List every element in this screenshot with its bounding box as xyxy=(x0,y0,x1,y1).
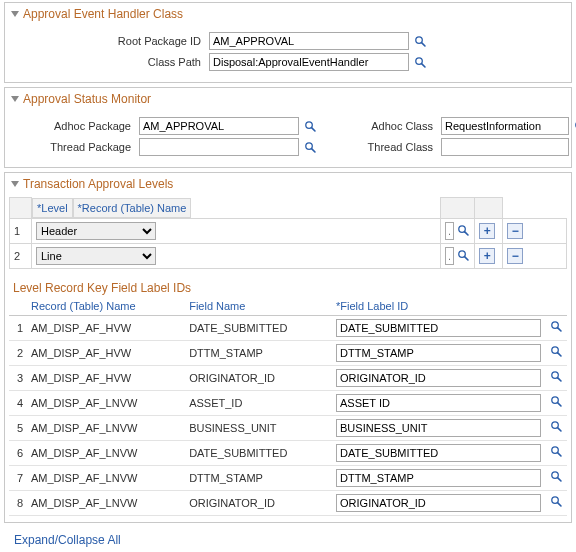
field-label-input[interactable] xyxy=(336,344,541,362)
chevron-down-icon xyxy=(11,96,19,102)
levels-table: *Level *Record (Table) Name 1HeaderLine+… xyxy=(9,197,567,269)
lookup-icon[interactable] xyxy=(549,345,563,359)
row-number: 6 xyxy=(9,440,27,465)
lookup-icon[interactable] xyxy=(549,420,563,434)
record-input[interactable] xyxy=(445,222,454,240)
col-num xyxy=(10,198,32,219)
col-field[interactable]: Field Name xyxy=(185,297,332,316)
lookup-icon[interactable] xyxy=(549,395,563,409)
table-row: 5AM_DISP_AF_LNVWBUSINESS_UNIT xyxy=(9,415,567,440)
label-class-path: Class Path xyxy=(15,56,205,68)
section-title: Transaction Approval Levels xyxy=(23,177,173,191)
record-cell: AM_DISP_AF_HVW xyxy=(27,315,185,340)
section-header[interactable]: Approval Status Monitor xyxy=(5,88,571,110)
table-row: 8AM_DISP_AF_LNVWORIGINATOR_ID xyxy=(9,490,567,515)
section-header[interactable]: Approval Event Handler Class xyxy=(5,3,571,25)
table-row: 1HeaderLine+− xyxy=(10,218,567,243)
lookup-icon[interactable] xyxy=(549,470,563,484)
section-title: Approval Status Monitor xyxy=(23,92,151,106)
delete-row-button[interactable]: − xyxy=(507,248,523,264)
record-cell: AM_DISP_AF_LNVW xyxy=(27,390,185,415)
row-number: 5 xyxy=(9,415,27,440)
field-label-input[interactable] xyxy=(336,394,541,412)
label-adhoc-package: Adhoc Package xyxy=(15,120,135,132)
lookup-icon[interactable] xyxy=(549,495,563,509)
row-number: 1 xyxy=(10,218,32,243)
table-row: 1AM_DISP_AF_HVWDATE_SUBMITTED xyxy=(9,315,567,340)
field-cell: ASSET_ID xyxy=(185,390,332,415)
lookup-icon[interactable] xyxy=(303,140,317,154)
table-row: 6AM_DISP_AF_LNVWDATE_SUBMITTED xyxy=(9,440,567,465)
section-transaction-levels: Transaction Approval Levels *Level *Reco… xyxy=(4,172,572,523)
row-number: 4 xyxy=(9,390,27,415)
field-label-input[interactable] xyxy=(336,444,541,462)
lookup-icon[interactable] xyxy=(457,249,470,263)
field-cell: BUSINESS_UNIT xyxy=(185,415,332,440)
lookup-icon[interactable] xyxy=(413,55,427,69)
col-label[interactable]: *Field Label ID xyxy=(332,297,545,316)
table-row: 7AM_DISP_AF_LNVWDTTM_STAMP xyxy=(9,465,567,490)
adhoc-package-input[interactable] xyxy=(139,117,299,135)
table-row: 3AM_DISP_AF_HVWORIGINATOR_ID xyxy=(9,365,567,390)
table-row: 4AM_DISP_AF_LNVWASSET_ID xyxy=(9,390,567,415)
field-cell: ORIGINATOR_ID xyxy=(185,490,332,515)
field-label-input[interactable] xyxy=(336,419,541,437)
field-label-input[interactable] xyxy=(336,469,541,487)
delete-row-button[interactable]: − xyxy=(507,223,523,239)
adhoc-class-input[interactable] xyxy=(441,117,569,135)
add-row-button[interactable]: + xyxy=(479,223,495,239)
field-cell: DTTM_STAMP xyxy=(185,465,332,490)
row-number: 2 xyxy=(9,340,27,365)
section-title: Approval Event Handler Class xyxy=(23,7,183,21)
key-fields-table: Record (Table) Name Field Name *Field La… xyxy=(9,297,567,516)
record-cell: AM_DISP_AF_LNVW xyxy=(27,440,185,465)
section-status-monitor: Approval Status Monitor Adhoc Package Th… xyxy=(4,87,572,168)
lookup-icon[interactable] xyxy=(457,224,470,238)
col-record[interactable]: Record (Table) Name xyxy=(27,297,185,316)
record-cell: AM_DISP_AF_LNVW xyxy=(27,465,185,490)
thread-package-input[interactable] xyxy=(139,138,299,156)
section-event-handler: Approval Event Handler Class Root Packag… xyxy=(4,2,572,83)
lookup-icon[interactable] xyxy=(303,119,317,133)
field-cell: DATE_SUBMITTED xyxy=(185,440,332,465)
row-number: 1 xyxy=(9,315,27,340)
key-fields-title: Level Record Key Field Label IDs xyxy=(5,275,571,297)
field-label-input[interactable] xyxy=(336,319,541,337)
record-cell: AM_DISP_AF_HVW xyxy=(27,340,185,365)
label-adhoc-class: Adhoc Class xyxy=(317,120,437,132)
field-label-input[interactable] xyxy=(336,369,541,387)
class-path-input[interactable] xyxy=(209,53,409,71)
record-cell: AM_DISP_AF_LNVW xyxy=(27,415,185,440)
row-number: 8 xyxy=(9,490,27,515)
record-cell: AM_DISP_AF_HVW xyxy=(27,365,185,390)
lookup-icon[interactable] xyxy=(549,445,563,459)
col-record[interactable]: *Record (Table) Name xyxy=(73,198,192,218)
chevron-down-icon xyxy=(11,181,19,187)
field-cell: DATE_SUBMITTED xyxy=(185,315,332,340)
chevron-down-icon xyxy=(11,11,19,17)
record-cell: AM_DISP_AF_LNVW xyxy=(27,490,185,515)
lookup-icon[interactable] xyxy=(549,370,563,384)
lookup-icon[interactable] xyxy=(549,320,563,334)
field-cell: ORIGINATOR_ID xyxy=(185,365,332,390)
lookup-icon[interactable] xyxy=(413,34,427,48)
label-thread-class: Thread Class xyxy=(317,141,437,153)
section-header[interactable]: Transaction Approval Levels xyxy=(5,173,571,195)
expand-collapse-link[interactable]: Expand/Collapse All xyxy=(0,527,125,553)
label-root-package: Root Package ID xyxy=(15,35,205,47)
row-number: 2 xyxy=(10,243,32,268)
table-row: 2HeaderLine+− xyxy=(10,243,567,268)
record-input[interactable] xyxy=(445,247,454,265)
root-package-input[interactable] xyxy=(209,32,409,50)
level-select[interactable]: HeaderLine xyxy=(36,222,156,240)
field-label-input[interactable] xyxy=(336,494,541,512)
level-select[interactable]: HeaderLine xyxy=(36,247,156,265)
row-number: 3 xyxy=(9,365,27,390)
row-number: 7 xyxy=(9,465,27,490)
field-cell: DTTM_STAMP xyxy=(185,340,332,365)
add-row-button[interactable]: + xyxy=(479,248,495,264)
table-row: 2AM_DISP_AF_HVWDTTM_STAMP xyxy=(9,340,567,365)
col-level[interactable]: *Level xyxy=(32,198,73,218)
thread-class-input[interactable] xyxy=(441,138,569,156)
label-thread-package: Thread Package xyxy=(15,141,135,153)
